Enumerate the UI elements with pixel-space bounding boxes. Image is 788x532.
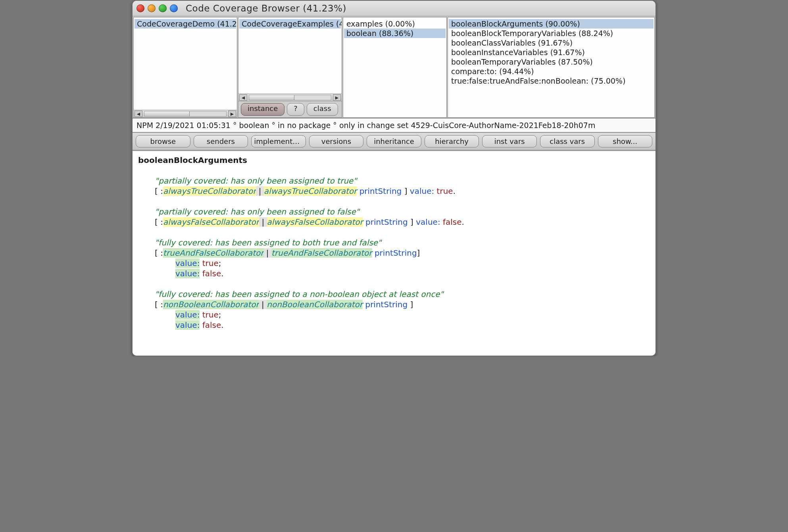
scroll-right-icon[interactable]: ▶ [333, 94, 341, 101]
hierarchy-button[interactable]: hierarchy [425, 135, 479, 147]
methods-list[interactable]: booleanBlockArguments (90.00%) booleanBl… [448, 17, 654, 117]
blank-line [138, 227, 650, 237]
list-item[interactable]: booleanClassVariables (91.67%) [449, 38, 653, 48]
code-toolbar: browse senders implementors versions inh… [133, 133, 655, 151]
code-line: value: true; [138, 310, 650, 320]
code-line: [ :alwaysFalseCollaborator | alwaysFalse… [138, 217, 650, 227]
classes-hscroll[interactable]: ◀ ▶ [238, 94, 342, 101]
scroll-track[interactable] [249, 95, 331, 100]
scroll-thumb[interactable] [144, 111, 190, 116]
class-vars-button[interactable]: class vars [540, 135, 595, 147]
list-item[interactable]: boolean (88.36%) [344, 29, 446, 38]
list-item[interactable]: examples (0.00%) [344, 19, 446, 29]
packages-pane: CodeCoverageDemo (41.23%) ◀ ▶ [133, 17, 237, 118]
titlebar: Code Coverage Browser (41.23%) [133, 1, 655, 16]
versions-button[interactable]: versions [309, 135, 364, 147]
classes-list[interactable]: CodeCoverageExamples (41.23%) [238, 17, 342, 94]
protocols-pane: examples (0.00%) boolean (88.36%) [343, 17, 447, 118]
code-pane[interactable]: booleanBlockArguments "partially covered… [133, 151, 655, 356]
maximize-icon[interactable] [159, 4, 167, 12]
close-icon[interactable] [136, 4, 144, 12]
code-line: value: false. [138, 320, 650, 330]
code-line: value: true; [138, 258, 650, 268]
packages-list[interactable]: CodeCoverageDemo (41.23%) [134, 17, 237, 110]
senders-button[interactable]: senders [194, 135, 248, 147]
code-comment: "fully covered: has been assigned to bot… [138, 237, 650, 248]
code-line: value: false. [138, 268, 650, 279]
implementors-button[interactable]: implementors [251, 135, 306, 147]
scroll-thumb[interactable] [249, 95, 294, 100]
scroll-track[interactable] [144, 111, 227, 117]
code-line: [ :nonBooleanCollaborator | nonBooleanCo… [138, 299, 650, 310]
question-button[interactable]: ? [287, 103, 304, 116]
class-button[interactable]: class [307, 103, 338, 116]
method-selector: booleanBlockArguments [138, 155, 650, 165]
instance-class-switch: instance ? class [238, 101, 342, 117]
instance-button[interactable]: instance [241, 103, 284, 116]
window-title: Code Coverage Browser (41.23%) [186, 3, 346, 13]
status-bar: NPM 2/19/2021 01:05:31 ° boolean ° in no… [133, 118, 655, 133]
show-button[interactable]: show... [598, 135, 653, 147]
code-coverage-browser-window: Code Coverage Browser (41.23%) CodeCover… [132, 0, 656, 356]
scroll-right-icon[interactable]: ▶ [228, 111, 236, 117]
list-item[interactable]: booleanInstanceVariables (91.67%) [449, 48, 653, 57]
code-comment: "partially covered: has only been assign… [138, 207, 650, 217]
list-item[interactable]: booleanBlockTemporaryVariables (88.24%) [449, 29, 653, 38]
minimize-icon[interactable] [148, 4, 156, 12]
menu-icon[interactable] [170, 4, 178, 12]
code-comment: "fully covered: has been assigned to a n… [138, 289, 650, 299]
scroll-left-icon[interactable]: ◀ [239, 94, 247, 101]
code-line: [ :alwaysTrueCollaborator | alwaysTrueCo… [138, 186, 650, 196]
blank-line [138, 165, 650, 176]
blank-line [138, 279, 650, 289]
protocols-list[interactable]: examples (0.00%) boolean (88.36%) [343, 17, 446, 117]
classes-pane: CodeCoverageExamples (41.23%) ◀ ▶ instan… [238, 17, 342, 118]
methods-pane: booleanBlockArguments (90.00%) booleanBl… [448, 17, 655, 118]
list-item[interactable]: CodeCoverageExamples (41.23%) [239, 19, 341, 29]
list-item[interactable]: booleanBlockArguments (90.00%) [449, 19, 653, 29]
browse-button[interactable]: browse [136, 135, 190, 147]
code-comment: "partially covered: has only been assign… [138, 176, 650, 186]
code-line: [ :trueAndFalseCollaborator | trueAndFal… [138, 248, 650, 258]
list-item[interactable]: compare:to: (94.44%) [449, 67, 653, 76]
packages-hscroll[interactable]: ◀ ▶ [134, 110, 237, 117]
list-item[interactable]: true:false:trueAndFalse:nonBoolean: (75.… [449, 76, 653, 86]
list-item[interactable]: booleanTemporaryVariables (87.50%) [449, 57, 653, 67]
inheritance-button[interactable]: inheritance [367, 135, 421, 147]
blank-line [138, 196, 650, 207]
list-item[interactable]: CodeCoverageDemo (41.23%) [135, 19, 236, 29]
scroll-left-icon[interactable]: ◀ [135, 111, 142, 117]
browser-panes: CodeCoverageDemo (41.23%) ◀ ▶ CodeCovera… [133, 16, 655, 118]
inst-vars-button[interactable]: inst vars [482, 135, 537, 147]
